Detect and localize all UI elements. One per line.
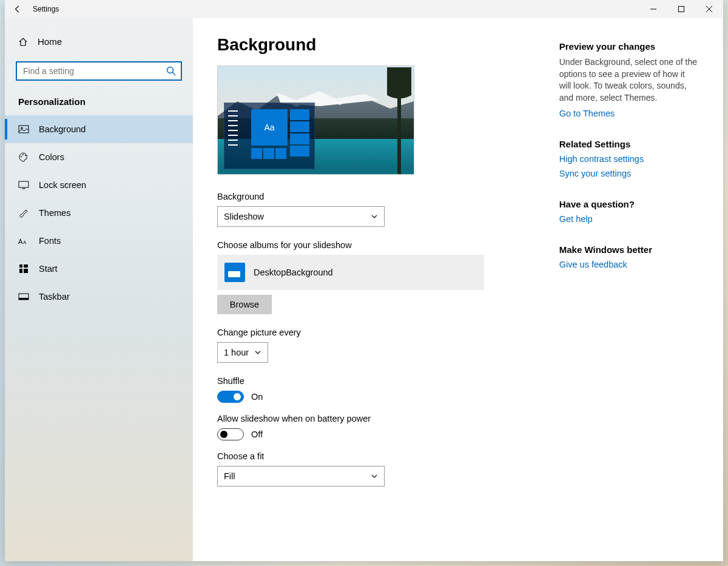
album-name: DesktopBackground [254,268,333,277]
brush-icon [18,207,29,218]
sidebar-item-label: Start [39,264,58,274]
chevron-down-icon [254,349,261,356]
fit-dropdown[interactable]: Fill [217,466,385,487]
main-right-column: Preview your changes Under Background, s… [559,35,699,543]
svg-point-7 [22,154,24,155]
sidebar-item-label: Colors [39,152,64,162]
svg-rect-1 [679,7,684,12]
change-interval-dropdown[interactable]: 1 hour [217,342,268,363]
sync-settings-link[interactable]: Sync your settings [559,169,699,178]
svg-point-6 [21,156,22,157]
window-body: Home Personalization Background Colors L… [5,18,723,561]
background-dropdown-label: Background [217,192,530,201]
svg-rect-16 [24,269,28,273]
sidebar-item-label: Taskbar [39,292,70,302]
album-item[interactable]: DesktopBackground [217,255,484,290]
shuffle-label: Shuffle [217,376,530,386]
sidebar-item-label: Background [39,124,86,134]
sidebar-item-start[interactable]: Start [5,255,193,283]
fit-label: Choose a fit [217,451,530,461]
picture-icon [18,124,29,135]
main-content: Background Aa Background [193,18,723,561]
fit-value: Fill [224,471,235,481]
section-label: Personalization [5,92,193,115]
preview-start-menu: Aa [224,103,315,169]
background-dropdown-value: Slideshow [224,212,264,221]
preview-changes-text: Under Background, select one of the opti… [559,56,699,104]
fonts-icon: AA [18,235,29,246]
sidebar-item-fonts[interactable]: AA Fonts [5,227,193,255]
home-label: Home [38,36,62,47]
sidebar-item-themes[interactable]: Themes [5,199,193,227]
search-icon [166,66,176,76]
titlebar: Settings [5,0,723,18]
svg-rect-9 [19,181,29,187]
get-help-link[interactable]: Get help [559,214,699,224]
high-contrast-link[interactable]: High contrast settings [559,154,699,164]
svg-rect-18 [19,298,29,300]
svg-point-5 [21,127,23,129]
sidebar-item-colors[interactable]: Colors [5,143,193,171]
albums-label: Choose albums for your slideshow [217,240,530,250]
svg-point-2 [167,67,174,73]
sidebar-item-label: Themes [39,208,70,218]
preview-sample-text: Aa [251,109,288,146]
window-title: Settings [33,5,59,13]
monitor-icon [18,180,29,190]
back-icon[interactable] [13,5,22,13]
svg-text:A: A [18,238,23,245]
close-button[interactable] [695,0,723,18]
preview-changes-title: Preview your changes [559,41,699,52]
search-input[interactable] [16,61,182,81]
svg-rect-14 [24,264,28,268]
shuffle-toggle[interactable] [217,391,244,403]
chevron-down-icon [371,473,378,480]
svg-text:A: A [23,240,27,245]
sidebar-item-background[interactable]: Background [5,115,193,143]
go-to-themes-link[interactable]: Go to Themes [559,109,699,118]
sidebar-item-taskbar[interactable]: Taskbar [5,283,193,311]
search-wrap [16,61,182,81]
folder-icon [224,263,245,282]
chevron-down-icon [371,213,378,220]
sidebar-item-label: Fonts [39,236,61,246]
settings-window: Settings Home Personalization [5,0,723,561]
feedback-link[interactable]: Give us feedback [559,260,699,269]
taskbar-icon [18,291,29,302]
home-button[interactable]: Home [5,30,193,53]
related-settings-title: Related Settings [559,139,699,149]
background-dropdown[interactable]: Slideshow [217,206,385,227]
make-better-title: Make Windows better [559,244,699,255]
maximize-button[interactable] [667,0,695,18]
svg-rect-15 [19,269,22,273]
home-icon [18,37,28,47]
battery-toggle[interactable] [217,428,244,440]
titlebar-left: Settings [5,5,59,13]
svg-rect-13 [19,264,22,268]
battery-state: Off [251,430,263,439]
main-left-column: Background Aa Background [217,35,530,543]
change-interval-label: Change picture every [217,328,530,337]
shuffle-state: On [251,392,263,402]
window-controls [639,0,723,18]
sidebar-item-label: Lock screen [39,180,86,190]
browse-button[interactable]: Browse [217,295,272,314]
page-title: Background [217,35,530,55]
svg-line-3 [173,73,176,76]
desktop-preview: Aa [217,66,414,175]
palette-icon [18,152,29,163]
have-question-title: Have a question? [559,199,699,209]
svg-point-8 [25,155,26,156]
minimize-button[interactable] [639,0,667,18]
sidebar-item-lockscreen[interactable]: Lock screen [5,171,193,199]
change-interval-value: 1 hour [224,348,249,357]
battery-label: Allow slideshow when on battery power [217,414,530,423]
grid-icon [18,263,29,274]
sidebar: Home Personalization Background Colors L… [5,18,193,561]
